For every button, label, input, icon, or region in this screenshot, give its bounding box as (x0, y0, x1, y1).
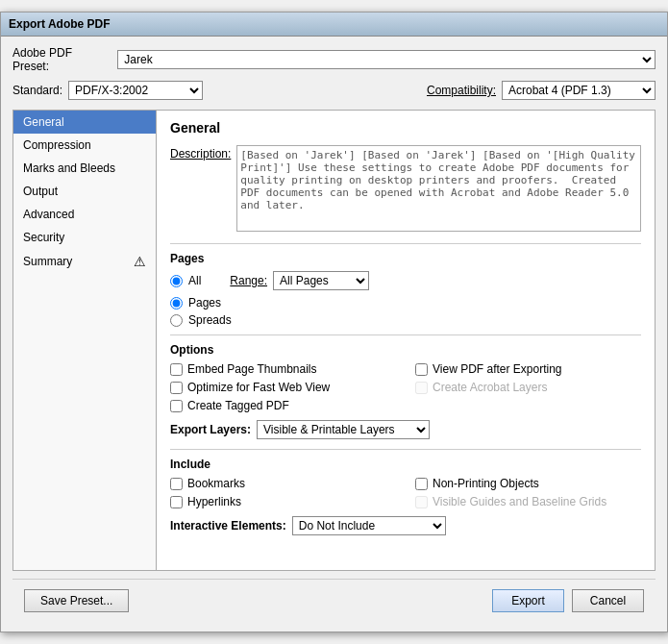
dialog-title: Export Adobe PDF (9, 17, 111, 31)
radio-all-row: All (170, 274, 201, 287)
pages-spreads-row: Pages Spreads (170, 296, 641, 327)
warning-icon: ⚠ (134, 254, 146, 269)
bookmarks-row: Bookmarks (170, 477, 396, 490)
sidebar-label-advanced: Advanced (23, 208, 74, 221)
description-textarea[interactable]: [Based on 'Jarek'] [Based on 'Jarek'] [B… (236, 145, 641, 232)
include-section-title: Include (170, 458, 641, 471)
standard-compat-row: Standard: PDF/X-3:2002 Compatibility: Ac… (12, 81, 656, 100)
create-tagged-row: Create Tagged PDF (170, 399, 396, 412)
view-pdf-checkbox[interactable] (415, 363, 428, 376)
main-area: General Compression Marks and Bleeds Out… (12, 110, 656, 571)
sidebar-label-output: Output (23, 185, 58, 198)
hyperlinks-label: Hyperlinks (187, 495, 241, 508)
export-layers-row: Export Layers: Visible & Printable Layer… (170, 420, 641, 439)
embed-thumbs-label: Embed Page Thumbnails (187, 362, 317, 376)
create-acrobat-row: Create Acrobat Layers (415, 381, 641, 394)
compat-select[interactable]: Acrobat 4 (PDF 1.3) (502, 81, 656, 100)
non-printing-label: Non-Printing Objects (433, 477, 539, 490)
radio-pages-row: Pages (170, 296, 641, 310)
create-acrobat-checkbox (415, 382, 428, 394)
bookmarks-label: Bookmarks (187, 477, 245, 490)
sidebar-label-compression: Compression (23, 138, 91, 152)
radio-all[interactable] (170, 275, 183, 287)
sidebar: General Compression Marks and Bleeds Out… (12, 110, 157, 571)
optimize-web-label: Optimize for Fast Web View (187, 381, 330, 394)
export-layers-select[interactable]: Visible & Printable Layers (257, 420, 430, 439)
footer: Save Preset... Export Cancel (12, 579, 656, 622)
pages-inner: All Range: All Pages (170, 271, 641, 290)
radio-pages[interactable] (170, 297, 183, 310)
save-preset-button[interactable]: Save Preset... (24, 589, 129, 612)
embed-thumbs-checkbox[interactable] (170, 363, 183, 376)
radio-spreads[interactable] (170, 314, 183, 327)
include-section: Include Bookmarks Non-Printing Objects (170, 458, 641, 535)
export-button[interactable]: Export (492, 589, 564, 612)
standard-select[interactable]: PDF/X-3:2002 (68, 81, 203, 100)
content-panel: General Description: [Based on 'Jarek'] … (157, 110, 656, 571)
create-acrobat-label: Create Acrobat Layers (433, 381, 547, 394)
range-label: Range: (230, 274, 267, 287)
sidebar-item-summary[interactable]: Summary ⚠ (13, 249, 156, 274)
sidebar-label-general: General (23, 115, 64, 129)
cancel-button[interactable]: Cancel (572, 589, 644, 612)
radio-pages-label: Pages (188, 296, 221, 310)
visible-guides-label: Visible Guides and Baseline Grids (433, 495, 606, 508)
options-section-title: Options (170, 343, 641, 357)
optimize-web-row: Optimize for Fast Web View (170, 381, 396, 394)
radio-all-label: All (188, 274, 201, 287)
interactive-label: Interactive Elements: (170, 519, 286, 533)
standard-label: Standard: (12, 84, 62, 97)
export-layers-label: Export Layers: (170, 423, 251, 436)
sidebar-item-security[interactable]: Security (13, 226, 156, 249)
options-section: Options Embed Page Thumbnails View PDF a… (170, 343, 641, 439)
pages-section-title: Pages (170, 252, 641, 265)
pages-section: Pages All Range: All Pages (170, 252, 641, 327)
footer-right: Export Cancel (492, 589, 644, 612)
sidebar-label-security: Security (23, 231, 64, 244)
range-select[interactable]: All Pages (273, 271, 369, 290)
hyperlinks-checkbox[interactable] (170, 496, 183, 508)
interactive-elements-select[interactable]: Do Not Include (292, 516, 446, 535)
export-pdf-dialog: Export Adobe PDF Adobe PDF Preset: Jarek… (0, 12, 668, 632)
radio-spreads-label: Spreads (188, 313, 232, 327)
create-tagged-checkbox[interactable] (170, 400, 183, 412)
panel-title: General (170, 120, 641, 136)
create-tagged-label: Create Tagged PDF (187, 399, 289, 412)
sidebar-item-marks-bleeds[interactable]: Marks and Bleeds (13, 157, 156, 180)
hyperlinks-row: Hyperlinks (170, 495, 396, 508)
non-printing-checkbox[interactable] (415, 478, 428, 490)
preset-row: Adobe PDF Preset: Jarek (12, 46, 656, 73)
embed-thumbs-row: Embed Page Thumbnails (170, 362, 396, 376)
visible-guides-row: Visible Guides and Baseline Grids (415, 495, 641, 508)
compat-label: Compatibility: (427, 84, 496, 97)
sidebar-item-general[interactable]: General (13, 111, 156, 134)
compat-group: Compatibility: Acrobat 4 (PDF 1.3) (427, 81, 656, 100)
interactive-row: Interactive Elements: Do Not Include (170, 516, 641, 535)
bookmarks-checkbox[interactable] (170, 478, 183, 490)
sidebar-label-marks-bleeds: Marks and Bleeds (23, 161, 115, 175)
description-label: Description: (170, 147, 231, 161)
view-pdf-label: View PDF after Exporting (433, 362, 562, 376)
description-row: Description: [Based on 'Jarek'] [Based o… (170, 145, 641, 232)
sidebar-item-compression[interactable]: Compression (13, 134, 156, 157)
preset-label: Adobe PDF Preset: (12, 46, 111, 73)
sidebar-label-summary: Summary (23, 255, 72, 268)
standard-group: Standard: PDF/X-3:2002 (12, 81, 203, 100)
sidebar-item-output[interactable]: Output (13, 180, 156, 203)
visible-guides-checkbox (415, 496, 428, 508)
preset-select[interactable]: Jarek (117, 50, 656, 69)
title-bar: Export Adobe PDF (1, 12, 667, 37)
options-checkbox-grid: Embed Page Thumbnails View PDF after Exp… (170, 362, 641, 412)
radio-spreads-row: Spreads (170, 313, 641, 327)
view-pdf-row: View PDF after Exporting (415, 362, 641, 376)
non-printing-row: Non-Printing Objects (415, 477, 641, 490)
include-checkbox-grid: Bookmarks Non-Printing Objects Hyperlink… (170, 477, 641, 508)
optimize-web-checkbox[interactable] (170, 382, 183, 394)
range-group: Range: All Pages (230, 271, 369, 290)
sidebar-item-advanced[interactable]: Advanced (13, 203, 156, 226)
